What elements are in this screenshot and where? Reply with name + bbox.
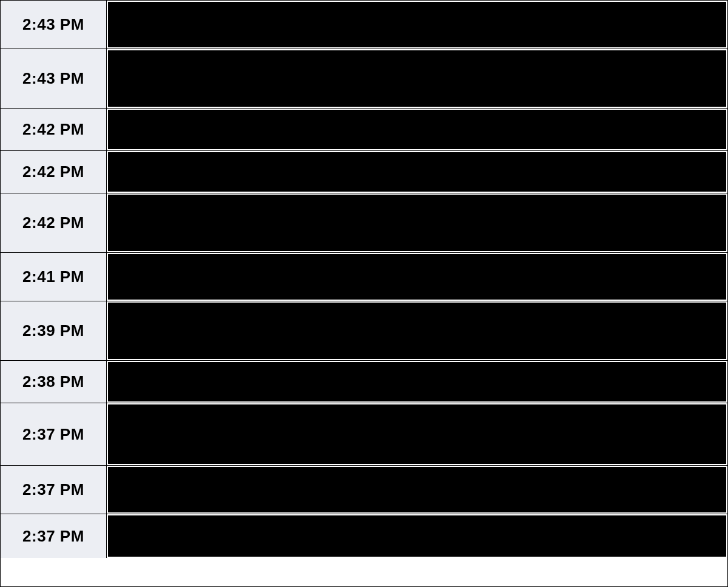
log-table: 2:43 PM2:43 PM2:42 PM2:42 PM2:42 PM2:41 … [0,0,728,587]
time-cell: 2:37 PM [1,466,107,514]
table-row: 2:37 PM [1,514,727,558]
table-row: 2:42 PM [1,193,727,253]
table-row: 2:42 PM [1,151,727,193]
table-row: 2:43 PM [1,49,727,109]
content-cell [107,403,727,465]
table-row: 2:41 PM [1,253,727,301]
content-cell [107,466,727,514]
time-cell: 2:43 PM [1,1,107,49]
table-row: 2:43 PM [1,1,727,49]
time-cell: 2:39 PM [1,301,107,360]
content-cell [107,109,727,150]
content-cell [107,49,727,108]
content-cell [107,1,727,49]
time-cell: 2:42 PM [1,193,107,252]
time-cell: 2:37 PM [1,514,107,558]
table-row: 2:42 PM [1,109,727,151]
time-cell: 2:42 PM [1,109,107,150]
table-row: 2:37 PM [1,466,727,514]
time-cell: 2:43 PM [1,49,107,108]
table-row: 2:38 PM [1,361,727,403]
content-cell [107,361,727,403]
time-cell: 2:42 PM [1,151,107,193]
content-cell [107,193,727,252]
content-cell [107,253,727,301]
content-cell [107,151,727,193]
table-row: 2:39 PM [1,301,727,361]
time-cell: 2:38 PM [1,361,107,403]
content-cell [107,301,727,360]
time-cell: 2:37 PM [1,403,107,465]
time-cell: 2:41 PM [1,253,107,301]
table-row: 2:37 PM [1,403,727,466]
content-cell [107,514,727,558]
